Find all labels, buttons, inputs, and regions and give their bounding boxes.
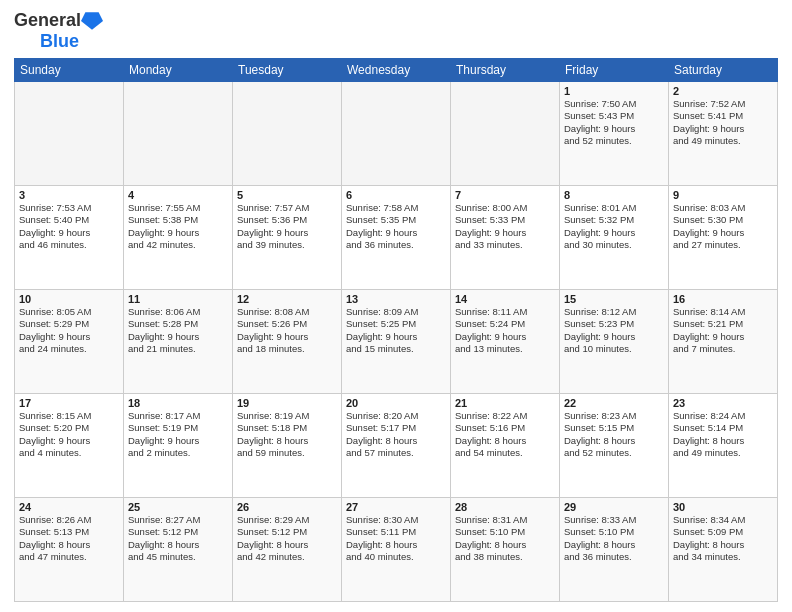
day-info: Sunrise: 7:52 AM Sunset: 5:41 PM Dayligh…: [673, 98, 773, 147]
cal-cell-3-4: 13Sunrise: 8:09 AM Sunset: 5:25 PM Dayli…: [342, 290, 451, 394]
weekday-header-row: SundayMondayTuesdayWednesdayThursdayFrid…: [15, 59, 778, 82]
day-info: Sunrise: 7:58 AM Sunset: 5:35 PM Dayligh…: [346, 202, 446, 251]
day-info: Sunrise: 8:33 AM Sunset: 5:10 PM Dayligh…: [564, 514, 664, 563]
cal-cell-4-4: 20Sunrise: 8:20 AM Sunset: 5:17 PM Dayli…: [342, 394, 451, 498]
day-number: 29: [564, 501, 664, 513]
day-info: Sunrise: 8:24 AM Sunset: 5:14 PM Dayligh…: [673, 410, 773, 459]
cal-cell-2-7: 9Sunrise: 8:03 AM Sunset: 5:30 PM Daylig…: [669, 186, 778, 290]
day-number: 14: [455, 293, 555, 305]
day-info: Sunrise: 8:17 AM Sunset: 5:19 PM Dayligh…: [128, 410, 228, 459]
svg-marker-0: [81, 12, 103, 30]
cal-cell-2-1: 3Sunrise: 7:53 AM Sunset: 5:40 PM Daylig…: [15, 186, 124, 290]
day-info: Sunrise: 7:57 AM Sunset: 5:36 PM Dayligh…: [237, 202, 337, 251]
cal-cell-5-3: 26Sunrise: 8:29 AM Sunset: 5:12 PM Dayli…: [233, 498, 342, 602]
day-number: 9: [673, 189, 773, 201]
cal-cell-3-6: 15Sunrise: 8:12 AM Sunset: 5:23 PM Dayli…: [560, 290, 669, 394]
cal-cell-2-5: 7Sunrise: 8:00 AM Sunset: 5:33 PM Daylig…: [451, 186, 560, 290]
cal-cell-1-5: [451, 82, 560, 186]
logo-icon: [81, 12, 103, 30]
cal-cell-5-5: 28Sunrise: 8:31 AM Sunset: 5:10 PM Dayli…: [451, 498, 560, 602]
day-info: Sunrise: 7:53 AM Sunset: 5:40 PM Dayligh…: [19, 202, 119, 251]
cal-cell-1-3: [233, 82, 342, 186]
day-info: Sunrise: 8:12 AM Sunset: 5:23 PM Dayligh…: [564, 306, 664, 355]
day-info: Sunrise: 8:15 AM Sunset: 5:20 PM Dayligh…: [19, 410, 119, 459]
day-info: Sunrise: 8:29 AM Sunset: 5:12 PM Dayligh…: [237, 514, 337, 563]
day-info: Sunrise: 8:34 AM Sunset: 5:09 PM Dayligh…: [673, 514, 773, 563]
weekday-header-monday: Monday: [124, 59, 233, 82]
cal-cell-5-2: 25Sunrise: 8:27 AM Sunset: 5:12 PM Dayli…: [124, 498, 233, 602]
cal-cell-2-2: 4Sunrise: 7:55 AM Sunset: 5:38 PM Daylig…: [124, 186, 233, 290]
day-info: Sunrise: 8:23 AM Sunset: 5:15 PM Dayligh…: [564, 410, 664, 459]
cal-cell-1-6: 1Sunrise: 7:50 AM Sunset: 5:43 PM Daylig…: [560, 82, 669, 186]
day-number: 26: [237, 501, 337, 513]
day-info: Sunrise: 7:50 AM Sunset: 5:43 PM Dayligh…: [564, 98, 664, 147]
day-number: 19: [237, 397, 337, 409]
header: GeneralBlue: [14, 10, 778, 52]
cal-cell-1-4: [342, 82, 451, 186]
cal-cell-2-4: 6Sunrise: 7:58 AM Sunset: 5:35 PM Daylig…: [342, 186, 451, 290]
day-info: Sunrise: 8:01 AM Sunset: 5:32 PM Dayligh…: [564, 202, 664, 251]
day-info: Sunrise: 8:06 AM Sunset: 5:28 PM Dayligh…: [128, 306, 228, 355]
day-number: 16: [673, 293, 773, 305]
day-number: 24: [19, 501, 119, 513]
day-number: 18: [128, 397, 228, 409]
day-info: Sunrise: 8:03 AM Sunset: 5:30 PM Dayligh…: [673, 202, 773, 251]
day-number: 7: [455, 189, 555, 201]
day-number: 6: [346, 189, 446, 201]
cal-cell-1-7: 2Sunrise: 7:52 AM Sunset: 5:41 PM Daylig…: [669, 82, 778, 186]
day-number: 17: [19, 397, 119, 409]
weekday-header-thursday: Thursday: [451, 59, 560, 82]
day-info: Sunrise: 8:05 AM Sunset: 5:29 PM Dayligh…: [19, 306, 119, 355]
day-number: 5: [237, 189, 337, 201]
day-number: 15: [564, 293, 664, 305]
calendar: SundayMondayTuesdayWednesdayThursdayFrid…: [14, 58, 778, 602]
day-info: Sunrise: 8:14 AM Sunset: 5:21 PM Dayligh…: [673, 306, 773, 355]
logo-general-text: General: [14, 10, 81, 31]
logo: GeneralBlue: [14, 10, 103, 52]
day-info: Sunrise: 8:30 AM Sunset: 5:11 PM Dayligh…: [346, 514, 446, 563]
cal-cell-3-5: 14Sunrise: 8:11 AM Sunset: 5:24 PM Dayli…: [451, 290, 560, 394]
cal-cell-4-7: 23Sunrise: 8:24 AM Sunset: 5:14 PM Dayli…: [669, 394, 778, 498]
day-number: 30: [673, 501, 773, 513]
day-info: Sunrise: 8:09 AM Sunset: 5:25 PM Dayligh…: [346, 306, 446, 355]
day-number: 10: [19, 293, 119, 305]
day-number: 20: [346, 397, 446, 409]
day-number: 13: [346, 293, 446, 305]
day-number: 1: [564, 85, 664, 97]
day-info: Sunrise: 8:22 AM Sunset: 5:16 PM Dayligh…: [455, 410, 555, 459]
day-number: 11: [128, 293, 228, 305]
cal-cell-5-1: 24Sunrise: 8:26 AM Sunset: 5:13 PM Dayli…: [15, 498, 124, 602]
cal-cell-5-6: 29Sunrise: 8:33 AM Sunset: 5:10 PM Dayli…: [560, 498, 669, 602]
day-info: Sunrise: 8:11 AM Sunset: 5:24 PM Dayligh…: [455, 306, 555, 355]
day-number: 28: [455, 501, 555, 513]
cal-cell-4-3: 19Sunrise: 8:19 AM Sunset: 5:18 PM Dayli…: [233, 394, 342, 498]
cal-cell-3-7: 16Sunrise: 8:14 AM Sunset: 5:21 PM Dayli…: [669, 290, 778, 394]
day-info: Sunrise: 7:55 AM Sunset: 5:38 PM Dayligh…: [128, 202, 228, 251]
logo-blue-text: Blue: [40, 31, 79, 52]
page: GeneralBlue SundayMondayTuesdayWednesday…: [0, 0, 792, 612]
day-number: 25: [128, 501, 228, 513]
day-info: Sunrise: 8:20 AM Sunset: 5:17 PM Dayligh…: [346, 410, 446, 459]
day-info: Sunrise: 8:27 AM Sunset: 5:12 PM Dayligh…: [128, 514, 228, 563]
day-number: 12: [237, 293, 337, 305]
cal-cell-4-5: 21Sunrise: 8:22 AM Sunset: 5:16 PM Dayli…: [451, 394, 560, 498]
weekday-header-wednesday: Wednesday: [342, 59, 451, 82]
day-number: 22: [564, 397, 664, 409]
day-info: Sunrise: 8:31 AM Sunset: 5:10 PM Dayligh…: [455, 514, 555, 563]
day-number: 23: [673, 397, 773, 409]
weekday-header-sunday: Sunday: [15, 59, 124, 82]
cal-week-4: 17Sunrise: 8:15 AM Sunset: 5:20 PM Dayli…: [15, 394, 778, 498]
cal-cell-2-6: 8Sunrise: 8:01 AM Sunset: 5:32 PM Daylig…: [560, 186, 669, 290]
day-number: 2: [673, 85, 773, 97]
cal-cell-5-7: 30Sunrise: 8:34 AM Sunset: 5:09 PM Dayli…: [669, 498, 778, 602]
day-info: Sunrise: 8:26 AM Sunset: 5:13 PM Dayligh…: [19, 514, 119, 563]
cal-cell-4-2: 18Sunrise: 8:17 AM Sunset: 5:19 PM Dayli…: [124, 394, 233, 498]
day-number: 8: [564, 189, 664, 201]
weekday-header-tuesday: Tuesday: [233, 59, 342, 82]
cal-cell-5-4: 27Sunrise: 8:30 AM Sunset: 5:11 PM Dayli…: [342, 498, 451, 602]
weekday-header-saturday: Saturday: [669, 59, 778, 82]
cal-week-3: 10Sunrise: 8:05 AM Sunset: 5:29 PM Dayli…: [15, 290, 778, 394]
cal-cell-3-1: 10Sunrise: 8:05 AM Sunset: 5:29 PM Dayli…: [15, 290, 124, 394]
cal-week-1: 1Sunrise: 7:50 AM Sunset: 5:43 PM Daylig…: [15, 82, 778, 186]
cal-week-5: 24Sunrise: 8:26 AM Sunset: 5:13 PM Dayli…: [15, 498, 778, 602]
